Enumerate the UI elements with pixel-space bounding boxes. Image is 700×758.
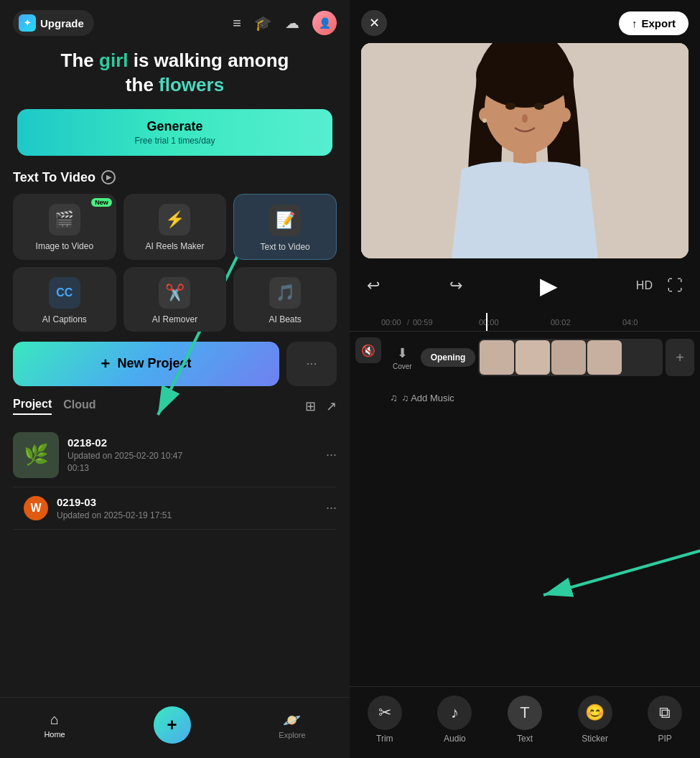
cloud-icon[interactable]: ☁: [285, 14, 299, 32]
upgrade-icon: ✦: [19, 14, 36, 32]
hero-text: The girl is walking among the flowers: [0, 43, 350, 109]
cover-button[interactable]: ⬇ Cover: [387, 342, 418, 373]
generate-sub: Free trial 1 times/day: [27, 136, 322, 146]
tool-ai-reels[interactable]: ⚡ AI Reels Maker: [123, 194, 227, 260]
text-to-video-label: Text to Video: [261, 242, 310, 252]
track-controls: 🔇: [350, 337, 381, 412]
top-bar: ✦ Upgrade ≡ 🎓 ☁ 👤: [0, 0, 350, 43]
timeline-ruler: 00:00 / 00:59 00:00 00:02 04:0: [350, 313, 700, 332]
ai-beats-icon: 🎵: [269, 277, 301, 309]
audio-icon: ♪: [437, 696, 472, 730]
text-to-video-icon: 📝: [269, 205, 301, 236]
playback-controls: ↩ ↪ ▶ HD ⛶: [350, 258, 700, 313]
project-more-icon[interactable]: ···: [326, 500, 337, 515]
hero-word-girl: girl: [99, 50, 128, 71]
svg-point-6: [505, 103, 515, 110]
menu-icon[interactable]: ≡: [233, 15, 241, 32]
tab-project[interactable]: Project: [13, 398, 52, 415]
music-note-icon: ♫: [390, 392, 398, 403]
home-icon: ⌂: [50, 711, 59, 728]
nav-explore[interactable]: 🪐 Explore: [279, 711, 305, 739]
tool-text[interactable]: T Text: [503, 696, 546, 744]
video-person: [361, 43, 689, 258]
right-panel: ✕ ↑ Export: [350, 0, 700, 758]
video-preview: [361, 43, 689, 258]
nav-add-button[interactable]: +: [154, 706, 191, 744]
teal-arrow-svg: [350, 418, 700, 686]
project-item[interactable]: 🌿 0218-02 Updated on 2025-02-20 10:47 00…: [13, 424, 337, 487]
image-to-video-label: Image to Video: [36, 241, 94, 251]
close-button[interactable]: ✕: [361, 10, 387, 36]
project-item[interactable]: W 0219-03 Updated on 2025-02-19 17:51 ··…: [13, 487, 337, 530]
ai-remover-icon: ✂️: [159, 277, 190, 309]
generate-button[interactable]: Generate Free trial 1 times/day: [17, 109, 332, 156]
hero-word-flowers: flowers: [159, 74, 224, 95]
tool-sticker[interactable]: 😊 Sticker: [574, 696, 617, 744]
time-marker-2: 04:0: [622, 318, 638, 327]
playhead: [486, 313, 487, 331]
timeline-tracks: 🔇 ⬇ Cover Opening +: [350, 332, 700, 418]
redo-button[interactable]: ↪: [449, 276, 462, 295]
sticker-label: Sticker: [582, 734, 608, 744]
arrow-spacer: [350, 418, 700, 686]
new-project-label: New Project: [117, 356, 191, 371]
more-dots-icon: ···: [306, 356, 317, 371]
tool-text-to-video[interactable]: 📝 Text to Video: [233, 194, 337, 260]
time-marker-0: 00:00: [479, 318, 499, 327]
section-title: Text To Video ▶: [0, 170, 350, 194]
ai-reels-label: AI Reels Maker: [145, 241, 204, 251]
tool-audio[interactable]: ♪ Audio: [433, 696, 476, 744]
export-button[interactable]: ↑ Export: [619, 11, 689, 35]
opening-chip[interactable]: Opening: [421, 348, 476, 367]
project-duration: 00:13: [67, 463, 317, 473]
tracks-content: ⬇ Cover Opening + ♫ ♫ Add Music: [387, 337, 694, 412]
upgrade-button[interactable]: ✦ Upgrade: [13, 10, 94, 36]
track-thumb-4: [587, 340, 622, 375]
section-play-icon[interactable]: ▶: [101, 170, 116, 184]
nav-home[interactable]: ⌂ Home: [44, 711, 65, 739]
tool-pip[interactable]: ⧉ PIP: [643, 696, 686, 744]
share-icon[interactable]: ↗: [326, 398, 337, 414]
generate-label: Generate: [27, 119, 322, 134]
cap-icon[interactable]: 🎓: [254, 14, 272, 32]
trim-icon: ✂: [368, 696, 402, 730]
svg-point-5: [476, 43, 574, 108]
project-info: 0219-03 Updated on 2025-02-19 17:51: [57, 496, 317, 520]
music-track[interactable]: ♫ ♫ Add Music: [390, 383, 694, 412]
tool-grid-row2: CC AI Captions ✂️ AI Remover 🎵 AI Beats: [0, 267, 350, 342]
grid-view-icon[interactable]: ⊞: [305, 398, 316, 414]
play-button[interactable]: ▶: [532, 268, 566, 303]
person-svg: [361, 43, 689, 258]
add-clip-button[interactable]: +: [666, 339, 694, 376]
tool-trim[interactable]: ✂ Trim: [363, 696, 406, 744]
quality-icon[interactable]: HD: [636, 276, 653, 295]
undo-button[interactable]: ↩: [367, 276, 380, 295]
bottom-toolbar: ✂ Trim ♪ Audio T Text 😊 Sticker ⧉ PIP: [350, 686, 700, 758]
video-track: ⬇ Cover Opening +: [387, 337, 694, 378]
new-badge: New: [91, 198, 112, 207]
track-thumb-3: [551, 340, 586, 375]
ctrl-icons: HD ⛶: [636, 276, 683, 295]
project-date: Updated on 2025-02-20 10:47: [67, 451, 317, 461]
export-upload-icon: ↑: [632, 17, 638, 29]
project-info: 0218-02 Updated on 2025-02-20 10:47 00:1…: [67, 436, 317, 473]
new-project-button[interactable]: + New Project: [13, 342, 279, 386]
explore-icon: 🪐: [283, 711, 301, 729]
avatar[interactable]: 👤: [312, 11, 337, 35]
pip-label: PIP: [658, 734, 672, 744]
bottom-nav: ⌂ Home + 🪐 Explore: [0, 697, 350, 758]
left-panel: ✦ Upgrade ≡ 🎓 ☁ 👤 The girl is walking am…: [0, 0, 350, 758]
volume-button[interactable]: 🔇: [355, 337, 381, 363]
tool-ai-captions[interactable]: CC AI Captions: [13, 267, 116, 332]
fullscreen-icon[interactable]: ⛶: [667, 276, 683, 295]
project-more-icon[interactable]: ···: [326, 447, 337, 462]
project-list: 🌿 0218-02 Updated on 2025-02-20 10:47 00…: [0, 424, 350, 697]
project-thumbnail: 🌿: [13, 432, 59, 478]
tab-cloud[interactable]: Cloud: [63, 398, 95, 414]
tool-ai-remover[interactable]: ✂️ AI Remover: [123, 267, 227, 332]
more-button[interactable]: ···: [286, 342, 337, 386]
tool-ai-beats[interactable]: 🎵 AI Beats: [233, 267, 337, 332]
tool-image-to-video[interactable]: New 🎬 Image to Video: [13, 194, 116, 260]
ai-reels-icon: ⚡: [159, 204, 190, 235]
home-label: Home: [44, 730, 65, 739]
